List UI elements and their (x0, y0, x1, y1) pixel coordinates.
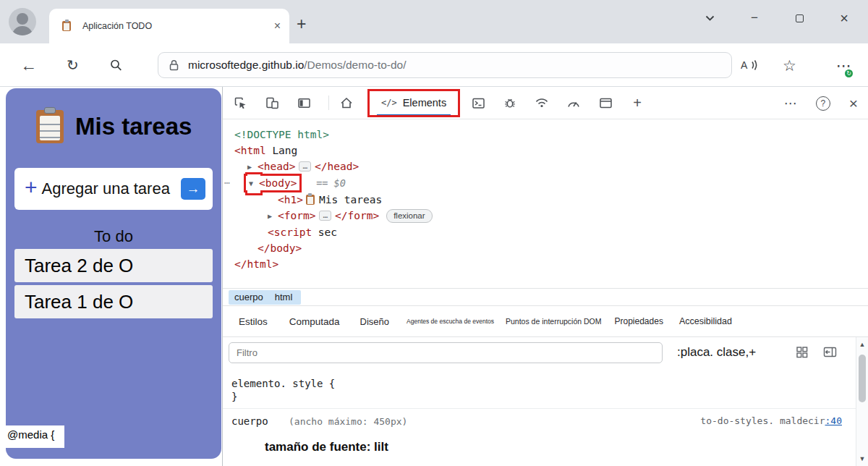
scrollbar-thumb[interactable] (859, 355, 866, 402)
add-panel-icon[interactable]: + (629, 94, 646, 111)
help-icon[interactable]: ? (816, 96, 830, 111)
twisty-open-icon[interactable]: ▼ (249, 176, 259, 192)
element-style-rule[interactable]: elemento. style { (223, 369, 868, 389)
main-content: Mis tareas + Agregar una tarea → To do T… (0, 87, 868, 466)
page-content-area: Mis tareas + Agregar una tarea → To do T… (0, 87, 222, 466)
styles-sidebar-tabs: Estilos Computada Diseño Agentes de escu… (223, 306, 868, 337)
tree-row-body[interactable]: ⋯ ▼<body> == $0 (223, 175, 868, 192)
tag-body-close: </body> (258, 242, 302, 254)
tag-h1-open: <h1> (278, 194, 303, 206)
tab-dom-breakpoints[interactable]: Puntos de interrupción DOM (506, 317, 601, 326)
tag-form-close: </form> (335, 210, 379, 221)
sync-status-badge[interactable]: ↻ (843, 68, 854, 79)
tag-body-open: <body> (259, 177, 297, 189)
tree-row-html[interactable]: <html Lang (223, 143, 868, 158)
tree-row-head[interactable]: ▶<head>…</head> (223, 158, 868, 175)
profile-avatar[interactable] (9, 8, 36, 35)
favorites-star-icon[interactable]: ☆ (783, 57, 796, 72)
tab-title: Aplicación TODO (82, 21, 274, 31)
tree-row-form[interactable]: ▶<form>…</form>flexionar (223, 208, 868, 224)
new-tab-button[interactable]: + (297, 14, 306, 34)
tab-layout[interactable]: Diseño (360, 316, 389, 327)
expand-ellipsis-button[interactable]: … (319, 211, 331, 221)
lock-icon[interactable] (169, 59, 179, 71)
tab-properties[interactable]: Propiedades (615, 316, 663, 326)
read-aloud-icon[interactable]: A (741, 59, 759, 71)
tree-row-body-close[interactable]: </body> (223, 240, 868, 256)
close-window-button[interactable]: × (822, 0, 867, 36)
flex-badge[interactable]: flexionar (386, 209, 432, 223)
tab-elements[interactable]: </> Elements (370, 87, 458, 119)
close-devtools-icon[interactable]: × (849, 96, 858, 111)
device-emulation-icon[interactable] (263, 94, 281, 111)
inspect-element-icon[interactable] (231, 94, 249, 111)
scroll-up-icon[interactable]: ▲ (856, 341, 868, 348)
devtools-panel: </> Elements (222, 87, 868, 466)
devtools-toolbar-right: ⋯ ? × (784, 87, 858, 119)
source-file: to-do-styles. maldecir (700, 415, 825, 426)
tree-row-h1[interactable]: <h1>Mis tareas (223, 192, 868, 208)
scroll-down-icon[interactable]: ▼ (856, 455, 868, 462)
submit-arrow-icon[interactable]: → (181, 178, 205, 200)
console-icon[interactable] (469, 94, 487, 111)
task-item[interactable]: Tarea 1 de O (14, 285, 213, 318)
tab-styles[interactable]: Estilos (239, 316, 268, 327)
list-heading: To do (6, 227, 221, 246)
application-window-icon[interactable] (597, 94, 614, 111)
grid-toggle-icon[interactable] (796, 346, 809, 359)
titlebar: Aplicación TODO × + − × (0, 0, 868, 43)
rule-selector[interactable]: cuerpo (231, 415, 268, 427)
tab-close-icon[interactable]: × (274, 20, 281, 32)
search-icon[interactable] (110, 59, 122, 71)
expand-ellipsis-button[interactable]: … (299, 161, 311, 171)
pseudo-class-controls[interactable]: :placa. clase,+ (677, 345, 756, 360)
tree-row-script[interactable]: <script sec (223, 224, 868, 240)
closing-brace[interactable]: } (223, 389, 868, 408)
debugger-bug-icon[interactable] (501, 94, 519, 111)
tab-favicon-clipboard-icon (62, 21, 71, 31)
css-property-line[interactable]: tamaño de fuente: lilt (223, 427, 868, 454)
more-options-icon[interactable]: ⋯ (784, 97, 797, 110)
browser-window: Aplicación TODO × + − × ← ↻ microsoftedg… (0, 0, 868, 466)
source-line-link[interactable]: :40 (825, 415, 842, 426)
tab-actions-chevron-icon[interactable] (687, 0, 732, 36)
plus-icon: + (25, 175, 38, 200)
browser-tab[interactable]: Aplicación TODO × (49, 9, 289, 43)
task-item[interactable]: Tarea 2 de O (14, 249, 213, 282)
more-actions-icon[interactable]: ⋯ (224, 175, 230, 191)
sidebar-toggle-icon[interactable] (823, 346, 837, 358)
script-attr: sec (312, 226, 337, 238)
tab-computed[interactable]: Computada (289, 316, 340, 327)
breadcrumb-item[interactable]: cuerpo (234, 292, 263, 302)
clipboard-mini-icon (306, 195, 315, 205)
tag-html-close: </html> (234, 258, 278, 270)
elements-tab-label: Elements (403, 97, 446, 109)
svg-text:A: A (741, 59, 748, 71)
window-controls: − × (687, 0, 867, 36)
tree-row-html-close[interactable]: </html> (223, 256, 868, 272)
twisty-closed-icon[interactable]: ▶ (247, 159, 258, 175)
network-wifi-icon[interactable] (533, 94, 550, 111)
app-header: Mis tareas (6, 88, 221, 143)
twisty-closed-icon[interactable]: ▶ (268, 208, 278, 224)
maximize-icon (796, 14, 804, 22)
breadcrumb-item[interactable]: html (275, 292, 293, 302)
tab-event-listeners[interactable]: Agentes de escucha de eventos (407, 318, 494, 325)
address-bar[interactable]: microsoftedge.github.io/Demos/demo-to-do… (158, 52, 732, 78)
performance-gauge-icon[interactable] (565, 94, 582, 111)
doctype-text: <!DOCTYPE html> (234, 129, 329, 140)
activity-bar-layout-icon[interactable] (295, 94, 312, 111)
tree-row-doctype[interactable]: <!DOCTYPE html> (223, 127, 868, 143)
clipboard-clip (44, 107, 56, 114)
minimize-button[interactable]: − (732, 0, 777, 36)
back-button[interactable]: ← (20, 56, 37, 73)
filter-input[interactable] (229, 342, 663, 363)
refresh-button[interactable]: ↻ (67, 58, 79, 72)
styles-scrollbar[interactable]: ▲ ▼ (856, 337, 868, 466)
add-task-button[interactable]: + Agregar una tarea → (14, 168, 213, 210)
dom-breadcrumb: cuerpo html (223, 288, 868, 306)
breadcrumb-selected[interactable]: cuerpo html (229, 290, 301, 305)
tab-accessibility[interactable]: Accesibilidad (679, 316, 732, 326)
home-icon[interactable] (338, 94, 355, 111)
maximize-button[interactable] (777, 0, 822, 36)
